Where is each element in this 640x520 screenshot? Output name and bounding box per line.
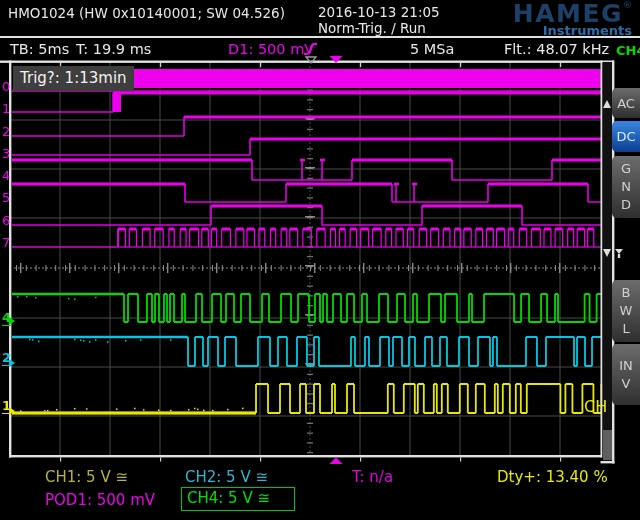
time-readout: T: 19.9 ms	[76, 41, 151, 57]
coupling-ac-button[interactable]: AC	[612, 88, 640, 118]
ch4-scale-readout-selected[interactable]: CH4: 5 V ≅	[181, 487, 295, 511]
trace-overlay-label: CH	[584, 397, 607, 416]
hameg-logo: HAMEG® Instruments	[513, 1, 632, 37]
registered-mark-icon: ®	[623, 0, 632, 10]
header-divider	[0, 36, 640, 38]
coupling-dc-button[interactable]: DC	[612, 121, 640, 152]
sidebar-channel-title: CH4	[616, 44, 632, 57]
ch2-scale-readout: CH2: 5 V ≅	[185, 468, 268, 486]
digital-label-d1: 1	[2, 101, 10, 116]
trigger-source-readout: D1: 500 mV	[228, 41, 314, 57]
digital-label-d5: 5	[2, 190, 10, 205]
sample-rate-readout: 5 MSa	[410, 41, 454, 57]
digital-label-d6: 6	[2, 213, 10, 228]
timebase-readout: TB: 5ms	[10, 41, 69, 57]
bwl-button[interactable]: BWL	[612, 280, 640, 342]
trigger-notice: Trig?: 1:13min	[13, 66, 134, 91]
digital-label-d3: 3	[2, 146, 10, 161]
trigger-mode-label: Norm-Trig. / Run	[318, 20, 426, 36]
ch4-position-arrow-icon	[9, 317, 15, 325]
device-label: HMO1024 (HW 0x10140001; SW 04.526)	[8, 5, 285, 21]
digital-label-d2: 2	[2, 124, 10, 139]
ac-button-label: AC	[617, 96, 635, 111]
bwl-button-label: BWL	[619, 284, 634, 338]
dc-button-label: DC	[616, 129, 635, 144]
gnd-button-label: GND	[619, 160, 634, 214]
digital-label-d7: 7	[2, 235, 10, 250]
inv-button[interactable]: INV	[612, 344, 640, 405]
digital-label-d4: 4	[2, 168, 10, 183]
ch4-scale-label: CH4: 5 V ≅	[182, 488, 294, 509]
gnd-button[interactable]: GND	[612, 156, 640, 218]
ch1-position-arrow-icon	[9, 407, 15, 415]
rising-slope-icon	[303, 41, 318, 57]
datetime-label: 2016-10-13 21:05	[318, 4, 440, 20]
trigger-time-readout: T: n/a	[352, 468, 393, 486]
ch1-scale-readout: CH1: 5 V ≅	[45, 468, 128, 486]
filter-readout: Flt.: 48.07 kHz	[504, 41, 609, 57]
pod1-scale-readout: POD1: 500 mV	[45, 491, 155, 509]
duty-cycle-readout: Dty+: 13.40 %	[497, 468, 608, 486]
digital-label-d0: 0	[2, 79, 10, 94]
oscilloscope-screen: HMO1024 (HW 0x10140001; SW 04.526) 2016-…	[0, 0, 640, 520]
inv-button-label: INV	[619, 357, 634, 393]
ch2-position-arrow-icon	[9, 359, 15, 367]
